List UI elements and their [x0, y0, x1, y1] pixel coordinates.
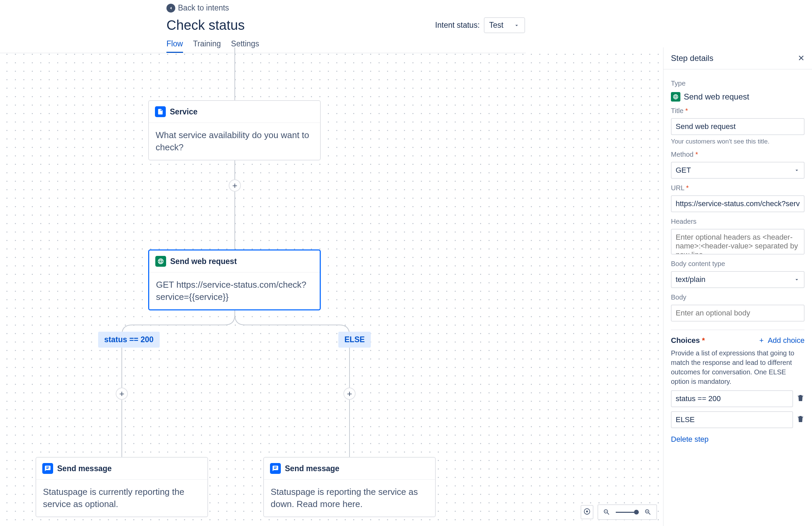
type-value: Send web request: [684, 92, 749, 101]
step-details-panel: Step details ✕ Type Send web request Tit…: [663, 47, 812, 526]
node-send-message-right[interactable]: Send message Statuspage is reporting the…: [263, 457, 436, 517]
url-label: URL *: [671, 184, 804, 192]
node-msg-right-title: Send message: [285, 464, 339, 473]
node-webreq-body: GET https://service-status.com/check?ser…: [149, 272, 320, 309]
add-step-left-button[interactable]: +: [116, 387, 128, 400]
web-request-icon: [155, 256, 166, 267]
type-label: Type: [671, 80, 804, 87]
intent-status-label: Intent status:: [435, 20, 480, 30]
recenter-button[interactable]: [581, 505, 593, 519]
delete-step-button[interactable]: Delete step: [671, 435, 804, 444]
message-icon: [270, 463, 281, 474]
title-helper: Your customers won't see this title.: [671, 138, 804, 145]
back-label: Back to intents: [178, 3, 229, 13]
node-webreq-title: Send web request: [170, 257, 237, 266]
choice-input-1[interactable]: [671, 411, 793, 428]
headers-label: Headers: [671, 218, 804, 225]
add-step-right-button[interactable]: +: [344, 387, 356, 400]
delete-choice-1-button[interactable]: [796, 415, 804, 425]
chevron-down-icon: [794, 276, 800, 283]
zoom-out-button[interactable]: [601, 507, 612, 517]
title-input[interactable]: [671, 118, 804, 135]
close-panel-button[interactable]: ✕: [798, 54, 804, 63]
method-label: Method *: [671, 151, 804, 158]
node-send-message-left[interactable]: Send message Statuspage is currently rep…: [35, 457, 208, 517]
add-step-button[interactable]: +: [229, 180, 241, 191]
chevron-down-icon: [794, 167, 800, 173]
choices-label: Choices *: [671, 336, 705, 345]
node-msg-left-body: Statuspage is currently reporting the se…: [36, 480, 207, 516]
title-label: Title *: [671, 107, 804, 115]
branch-status-200[interactable]: status == 200: [98, 332, 160, 347]
delete-choice-0-button[interactable]: [796, 394, 804, 403]
node-service-title: Service: [170, 107, 198, 116]
page-title: Check status: [166, 18, 245, 33]
headers-input[interactable]: [671, 229, 804, 255]
body-label: Body: [671, 294, 804, 301]
method-select[interactable]: GET: [671, 162, 804, 179]
back-arrow-icon: [166, 4, 175, 13]
body-type-label: Body content type: [671, 260, 804, 268]
node-msg-left-title: Send message: [57, 464, 112, 473]
svg-point-3: [586, 510, 588, 512]
panel-title: Step details: [671, 54, 713, 63]
choice-input-0[interactable]: [671, 390, 793, 407]
node-service[interactable]: Service What service availability do you…: [148, 100, 321, 160]
add-choice-button[interactable]: + Add choice: [759, 336, 804, 345]
zoom-in-button[interactable]: [643, 507, 653, 517]
chevron-down-icon: [513, 22, 520, 28]
web-request-icon: [671, 92, 680, 101]
document-icon: [155, 106, 166, 117]
node-msg-right-body: Statuspage is reporting the service as d…: [264, 480, 435, 516]
choices-description: Provide a list of expressions that going…: [671, 348, 804, 386]
intent-status-value: Test: [489, 20, 504, 30]
body-type-select[interactable]: text/plain: [671, 271, 804, 288]
branch-else[interactable]: ELSE: [338, 332, 371, 347]
flow-canvas[interactable]: Service What service availability do you…: [0, 47, 662, 526]
url-input[interactable]: [671, 195, 804, 212]
body-input[interactable]: [671, 304, 804, 322]
intent-status-select[interactable]: Test: [484, 17, 525, 33]
message-icon: [42, 463, 53, 474]
back-to-intents-link[interactable]: Back to intents: [166, 3, 812, 13]
node-send-web-request[interactable]: Send web request GET https://service-sta…: [148, 250, 321, 310]
node-service-body: What service availability do you want to…: [149, 123, 320, 160]
zoom-slider[interactable]: [616, 512, 639, 513]
